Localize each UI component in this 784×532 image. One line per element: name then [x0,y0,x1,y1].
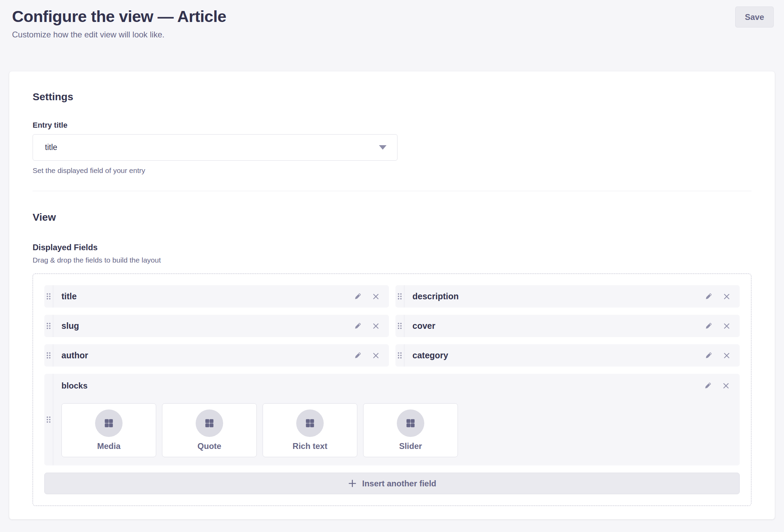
close-icon [372,322,380,330]
pencil-icon [704,292,713,301]
drag-handle-icon[interactable] [44,315,53,337]
component-card-label: Media [97,441,120,451]
close-icon [372,292,380,301]
page-title: Configure the view — Article [12,6,774,27]
field-row-title: title [44,285,389,308]
edit-field-button[interactable] [703,321,714,331]
drag-handle-icon[interactable] [395,344,404,367]
entry-title-label: Entry title [33,121,751,130]
edit-field-button[interactable] [703,291,714,302]
component-card-media: Media [61,403,156,457]
close-icon [723,351,731,360]
entry-title-selected-value: title [45,143,57,152]
remove-field-button[interactable] [722,292,731,301]
grid-icon [305,418,315,428]
component-icon-circle [397,409,424,437]
insert-another-field-label: Insert another field [362,479,436,488]
caret-down-icon [379,145,387,150]
drag-handle-icon[interactable] [44,344,53,367]
component-card-label: Quote [197,441,221,451]
field-row-description: description [395,285,740,308]
field-row-category: category [395,344,740,367]
close-icon [723,322,731,330]
component-icon-circle [296,409,324,437]
remove-field-button[interactable] [371,351,381,360]
field-row-author: author [44,344,389,367]
drag-handle-icon[interactable] [44,285,53,308]
field-row-blocks: blocks [44,374,740,465]
remove-field-button[interactable] [721,381,731,391]
component-icon-circle [196,409,223,437]
close-icon [372,351,380,360]
component-card-label: Slider [399,441,422,451]
section-divider [33,191,751,191]
six-dots-drag-icon [46,293,51,300]
pencil-icon [353,322,362,331]
six-dots-drag-icon [46,352,51,359]
component-card-label: Rich text [292,441,327,451]
drag-handle-icon[interactable] [44,374,53,465]
remove-field-button[interactable] [371,321,381,331]
settings-heading: Settings [33,91,751,103]
entry-title-select[interactable]: title [33,134,397,161]
field-label: title [53,291,77,301]
edit-field-button[interactable] [353,291,363,302]
remove-field-button[interactable] [722,351,731,360]
field-label: author [53,350,88,360]
edit-field-button[interactable] [703,350,714,361]
configuration-card: Settings Entry title title Set the displ… [9,71,775,519]
drag-handle-icon[interactable] [395,315,404,337]
configure-view-page: { "header": { "title": "Configure the vi… [0,0,784,532]
plus-icon [348,479,357,488]
save-button[interactable]: Save [735,7,774,27]
fields-dropzone: title description [33,274,751,506]
field-row-cover: cover [395,315,740,337]
displayed-fields-label: Displayed Fields [33,243,751,252]
entry-title-hint: Set the displayed field of your entry [33,166,751,175]
blocks-content: blocks [53,374,740,465]
edit-field-button[interactable] [353,350,363,361]
six-dots-drag-icon [46,322,51,329]
field-label: category [404,350,448,360]
drag-handle-icon[interactable] [395,285,404,308]
close-icon [722,382,730,390]
page-subtitle: Customize how the edit view will look li… [12,30,774,40]
view-heading: View [33,211,751,223]
remove-field-button[interactable] [722,321,731,331]
edit-field-button[interactable] [703,381,713,391]
component-card-slider: Slider [363,403,458,457]
six-dots-drag-icon [397,352,402,359]
component-icon-circle [95,409,123,437]
fields-grid: title description [44,285,740,465]
component-card-quote: Quote [162,403,257,457]
field-label: slug [53,321,79,331]
pencil-icon [353,292,362,301]
field-label: cover [404,321,436,331]
field-label: blocks [61,381,88,391]
grid-icon [405,418,416,428]
grid-icon [204,418,215,428]
field-row-slug: slug [44,315,389,337]
edit-field-button[interactable] [353,321,363,331]
six-dots-drag-icon [46,416,51,423]
field-label: description [404,291,459,301]
six-dots-drag-icon [397,293,402,300]
component-card-rich-text: Rich text [263,403,357,457]
pencil-icon [353,351,362,360]
remove-field-button[interactable] [371,292,381,301]
pencil-icon [703,381,712,390]
component-cards: Media Quote Rich text [61,403,731,457]
grid-icon [104,418,114,428]
six-dots-drag-icon [397,322,402,329]
displayed-fields-hint: Drag & drop the fields to build the layo… [33,256,751,265]
close-icon [723,292,731,301]
pencil-icon [704,351,713,360]
header: Configure the view — Article Customize h… [0,0,784,40]
insert-another-field-button[interactable]: Insert another field [44,473,740,494]
pencil-icon [704,322,713,331]
